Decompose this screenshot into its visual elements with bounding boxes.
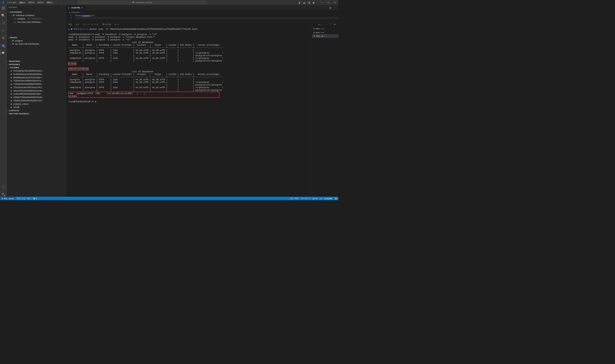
nav-back-icon[interactable]: ←	[67, 1, 68, 4]
status-remote[interactable]: ⇄WSL: Ubuntu	[0, 197, 16, 200]
image-vsc[interactable]: ›🗗vsc-code-craft-c05039aa99...	[6, 42, 66, 46]
window-close[interactable]: ✕	[332, 1, 338, 4]
editor-more-icon[interactable]: ⋯	[334, 6, 336, 9]
nav-forward-icon[interactable]: →	[72, 1, 74, 4]
section-images[interactable]: ⌄IMAGES	[6, 36, 66, 39]
vscode-icon	[0, 1, 5, 4]
status-encoding[interactable]: UTF-8	[311, 197, 319, 200]
activity-remote-icon[interactable]: 🖥	[2, 36, 5, 40]
window-maximize[interactable]: ▢	[325, 1, 332, 4]
section-registries[interactable]: ›REGISTRIES	[6, 60, 66, 63]
editor-split-icon[interactable]: ▥	[329, 6, 331, 9]
tab-bar: Dockerfile ✕ ▥ ⋯	[66, 5, 338, 10]
panel-close-icon[interactable]: ✕	[334, 23, 336, 26]
layout-bottom-icon[interactable]: ⬓	[303, 1, 305, 4]
terminal-list-item[interactable]: ✕Shell: db... (	[312, 34, 338, 38]
terminal-more-icon[interactable]: ⋯	[325, 23, 327, 26]
title-bar: ファイル(F) 編集(E) 選択(S) 表示(V) 移動(G) ⋯ ← → 🔍 …	[0, 0, 338, 5]
activity-debug-icon[interactable]: ▷	[2, 28, 4, 32]
section-help[interactable]: ›HELP AND FEEDBACK	[6, 112, 66, 115]
image-postgres[interactable]: ›🗗postgres	[6, 39, 66, 42]
line-number: 1	[66, 15, 75, 17]
remote-icon: ⇄	[2, 198, 3, 199]
activity-docker-icon[interactable]	[1, 51, 5, 54]
container-vsc[interactable]: ›▷vsc-code-craft-c05039aa9...	[6, 20, 66, 24]
volume-item[interactable]: 🗀55a8fedaa681913276147ab9e4...	[6, 76, 66, 79]
panel-tab-terminal[interactable]: ターミナル	[102, 23, 111, 26]
section-contexts[interactable]: ›CONTEXTS	[6, 109, 66, 112]
panel-tab-debug[interactable]: デバッグ コンソール	[83, 23, 98, 26]
command-center-text: work [WSL: Ubuntu]	[136, 1, 152, 4]
volume-item[interactable]: 🗀7e3b9b37ba63a9d3f686356050...	[6, 82, 66, 86]
activity-bar: 🗐 🔍 ⎇ ▷ 🖥 ▣1 ◯ ⚙1	[0, 5, 6, 197]
panel-tab-output[interactable]: 出力	[76, 23, 79, 26]
menu-select[interactable]: 選択(S)	[27, 1, 36, 4]
menu-edit[interactable]: 編集(E)	[18, 1, 27, 4]
layout-left-icon[interactable]: ◧	[299, 1, 301, 4]
warning-icon: ⚠	[22, 198, 23, 199]
radio-icon: 📡	[33, 198, 35, 199]
status-ports[interactable]: ⚒1	[26, 198, 32, 199]
window-minimize[interactable]: —	[319, 1, 325, 4]
terminal-icon: ✕	[313, 35, 315, 37]
command-center[interactable]: 🔍 work [WSL: Ubuntu]	[77, 1, 207, 4]
volume-item[interactable]: 🗀510106f28a76af11b6f4f841a5ec...	[6, 69, 66, 73]
tab-dockerfile[interactable]: Dockerfile ✕	[66, 5, 85, 10]
status-radio[interactable]: 📡0	[32, 198, 38, 199]
volume-item[interactable]: 🗀postgres_volume	[6, 102, 66, 106]
volume-item[interactable]: 🗀cd33bd12900ecfac6eabf517a10...	[6, 99, 66, 102]
terminal-icon: $	[313, 28, 314, 30]
error-icon: ⓧ	[17, 197, 19, 200]
volume-item[interactable]: 🗀a5cac88481b3c64af033eeacc0e...	[6, 89, 66, 92]
section-containers[interactable]: ⌄CONTAINERS	[6, 10, 66, 13]
panel: 問題 出力 デバッグ コンソール ターミナル ポート ＋ ⌄ ⋯ ⌃ ✕ ◯ ■…	[66, 22, 338, 197]
docker-file-icon	[69, 12, 71, 13]
volume-item[interactable]: 🗀7f1e1b0c5ca5e7df075ecac74fcf...	[6, 86, 66, 89]
layout-customize-icon[interactable]: ▣	[313, 1, 314, 4]
tab-close-icon[interactable]: ✕	[81, 7, 83, 9]
sidebar-title: DOCKER	[9, 6, 17, 8]
status-language[interactable]: Dockerfile	[323, 197, 334, 200]
editor[interactable]: 1FROM postgres:17.0 2	[66, 15, 338, 22]
terminal-list-item[interactable]: $bash work	[312, 27, 338, 30]
containers-group[interactable]: ⌄🗗Individual Containers	[6, 14, 66, 17]
container-postgres[interactable]: ›▷postgres db - Up About a m...	[6, 17, 66, 20]
terminal-new-icon[interactable]: ＋ ⌄	[318, 23, 322, 26]
status-eol[interactable]: LF	[319, 197, 323, 200]
status-errors[interactable]: ⓧ0 ⚠0	[16, 197, 26, 200]
terminal-list-item[interactable]: $bash work	[312, 30, 338, 34]
search-icon: 🔍	[132, 1, 134, 4]
docker-file-icon	[68, 7, 70, 9]
activity-search-icon[interactable]: 🔍	[1, 14, 5, 17]
sidebar-more-icon[interactable]: ⋯	[62, 6, 63, 8]
volume-item[interactable]: 🗀c1a6c939f520064538d8c03a67...	[6, 92, 66, 96]
volume-item[interactable]: 🗀vscode	[6, 105, 66, 109]
panel-tab-ports[interactable]: ポート	[115, 23, 120, 26]
volume-item[interactable]: 🗀c28882755b2a58ea958d418ed9...	[6, 96, 66, 99]
activity-account-icon[interactable]: ◯	[1, 185, 5, 188]
terminal-icon: $	[313, 31, 314, 33]
status-notifications-icon[interactable]: 🔔	[334, 197, 338, 200]
section-networks[interactable]: ›NETWORKS	[6, 63, 66, 66]
activity-scm-icon[interactable]: ⎇	[1, 21, 5, 25]
ports-icon: ⚒	[27, 198, 29, 199]
panel-tab-problems[interactable]: 問題	[68, 23, 72, 26]
activity-extensions-icon[interactable]: ▣1	[2, 43, 5, 47]
menu-go[interactable]: 移動(G)	[45, 1, 54, 4]
status-bar: ⇄WSL: Ubuntu ⓧ0 ⚠0 ⚒1 📡0 行 2、列 1 スペース: 4…	[0, 197, 338, 200]
layout-right-icon[interactable]: ◨	[308, 1, 310, 4]
terminal[interactable]: ◯ ■ 実行するタスク: docker exec -it 750cbcb16ce…	[66, 27, 312, 197]
tab-label: Dockerfile	[71, 6, 80, 9]
menu-view[interactable]: 表示(V)	[36, 1, 45, 4]
breadcrumb[interactable]: Dockerfile›...	[66, 10, 338, 15]
menu-file[interactable]: ファイル(F)	[5, 1, 18, 4]
volume-item[interactable]: 🗀71bbe842ee14df9e8294ece7ce...	[6, 79, 66, 82]
volume-item[interactable]: 🗀51d65d50b44c00063e5f23ef84c...	[6, 73, 66, 76]
status-line-col[interactable]: 行 2、列 1	[289, 197, 300, 200]
status-spaces[interactable]: スペース: 4	[300, 197, 311, 200]
panel-maximize-icon[interactable]: ⌃	[330, 23, 331, 26]
activity-settings-icon[interactable]: ⚙1	[1, 192, 5, 196]
section-volumes[interactable]: ⌄VOLUMES	[6, 66, 66, 69]
menu-overflow[interactable]: ⋯	[54, 1, 59, 4]
activity-explorer-icon[interactable]: 🗐	[2, 6, 5, 10]
